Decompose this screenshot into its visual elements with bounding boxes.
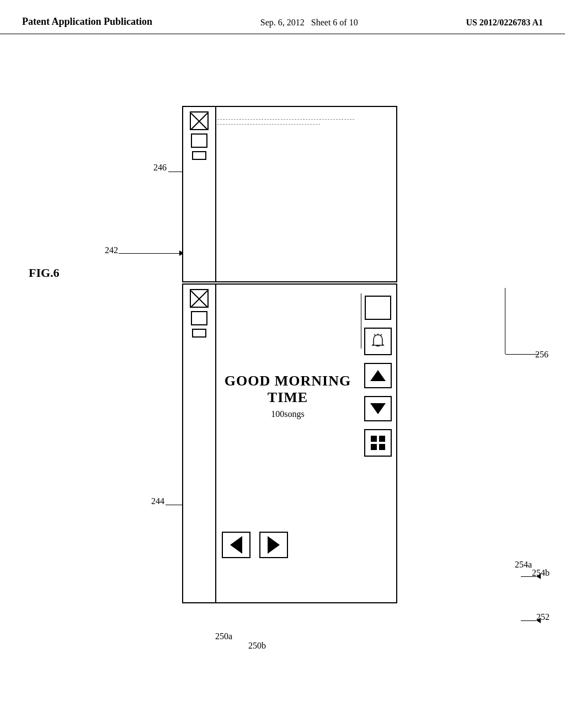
x-box-icon-top[interactable] [190,111,209,130]
h-line-256 [505,354,539,355]
label-254a: 254a [515,560,532,570]
label-250b: 250b [248,641,266,651]
svg-rect-3 [371,436,377,442]
song-info: GOOD MORNING TIME 100songs [221,340,355,419]
shuffle-button[interactable] [364,429,392,457]
line-254 [521,574,541,579]
navigation-row [222,532,288,558]
small-rect-icon-top[interactable] [192,151,206,160]
next-button[interactable] [259,532,288,558]
top-panel-content [217,113,388,129]
figure-area: FIG.6 242 246 244 248 201 250a 250b [0,34,565,718]
svg-line-1 [374,334,375,335]
rect-icon-top[interactable] [191,133,207,148]
label-244: 244 [151,496,164,506]
small-rect-icon-bottom[interactable] [192,329,206,338]
figure-label: FIG.6 [29,266,60,280]
page-header: Patent Application Publication Sep. 6, 2… [0,0,565,34]
svg-line-2 [381,334,382,335]
dashed-line-2 [217,124,320,125]
triangle-up-icon [370,370,386,381]
song-title: GOOD MORNING TIME [221,373,355,406]
top-panel [182,106,397,282]
song-count: 100songs [221,409,355,419]
publication-title: Patent Application Publication [22,15,152,28]
vert-line-256 [505,288,505,354]
volume-down-button[interactable] [364,396,392,421]
label-256: 256 [535,350,548,360]
publication-date: Sep. 6, 2012 Sheet 6 of 10 [260,15,358,28]
triangle-right-icon [268,536,280,554]
volume-up-button[interactable] [364,363,392,388]
x-box-icon-bottom[interactable] [190,289,209,308]
line-252 [521,618,541,623]
bottom-panel: GOOD MORNING TIME 100songs [182,283,397,603]
svg-rect-6 [379,444,385,450]
svg-rect-5 [371,444,377,450]
svg-rect-4 [379,436,385,442]
label-242: 242 [105,245,118,255]
prev-button[interactable] [222,532,250,558]
bell-icon-box[interactable] [364,328,392,355]
label-250a: 250a [215,631,232,641]
dashed-line-1 [217,119,354,120]
patent-number: US 2012/0226783 A1 [466,15,543,28]
display-box-256[interactable] [365,296,391,320]
grid-shuffle-icon [370,435,386,451]
right-controls [364,293,392,457]
vert-control-line [361,293,361,349]
triangle-down-icon [370,403,386,414]
triangle-left-icon [230,536,242,554]
label-246: 246 [153,163,167,173]
arrow-242 [119,250,184,256]
bell-icon [370,333,386,350]
top-panel-icon-bar [183,107,216,281]
bottom-panel-icon-bar [183,285,216,602]
rect-icon-bottom[interactable] [191,311,207,325]
